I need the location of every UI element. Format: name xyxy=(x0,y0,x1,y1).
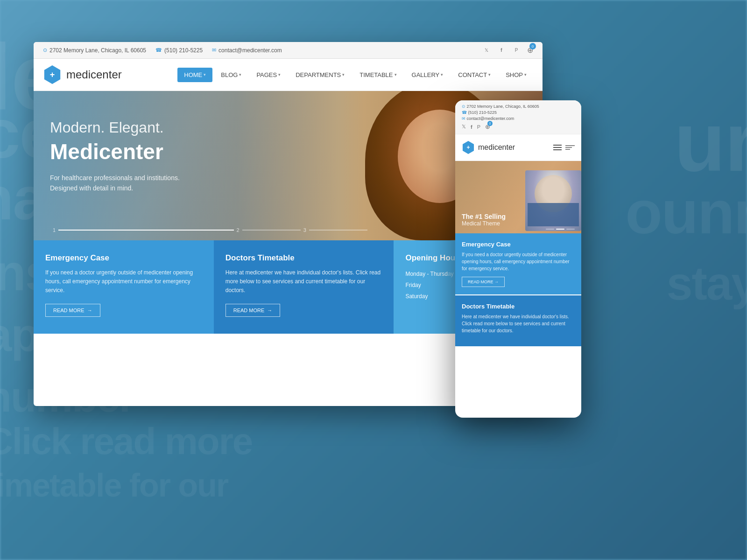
card-timetable-text: Here at medicenter we have individual do… xyxy=(226,268,382,295)
mobile-hero-text: The #1 Selling Medical Theme xyxy=(462,213,506,227)
hero-description: For healthcare professionals and institu… xyxy=(50,173,180,194)
slide-indicators: 1 2 3 xyxy=(50,227,367,233)
card-timetable-title: Doctors Timetable xyxy=(226,253,382,263)
card-emergency-btn[interactable]: READ MORE → xyxy=(45,304,100,317)
card-timetable-btn[interactable]: READ MORE → xyxy=(226,304,281,317)
mobile-email-icon: ✉ xyxy=(462,116,465,121)
nav-gallery[interactable]: GALLERY ▾ xyxy=(405,68,450,82)
hero-content: Modern. Elegant. Medicenter For healthca… xyxy=(50,119,180,194)
arrow-icon: → xyxy=(87,308,92,313)
logo-icon: + xyxy=(43,65,62,84)
mobile-logo-text: medicenter xyxy=(478,143,515,152)
nav-pages[interactable]: PAGES ▾ xyxy=(250,68,287,82)
topbar-left: ⊙ 2702 Memory Lane, Chicago, IL 60605 ☎ … xyxy=(43,47,282,54)
facebook-icon[interactable]: f xyxy=(497,46,506,55)
mobile-menu-icons xyxy=(553,143,575,152)
mobile-email: ✉ contact@medicenter.com xyxy=(462,116,575,121)
hero-title: Medicenter xyxy=(50,139,180,164)
mobile-device: ⊙ 2702 Memory Lane, Chicago, IL 60605 ☎ … xyxy=(455,100,581,418)
email-item: ✉ contact@medicenter.com xyxy=(212,47,282,54)
mobile-location-icon: ⊙ xyxy=(462,104,465,109)
slide-line-1 xyxy=(58,230,233,231)
email-icon: ✉ xyxy=(212,47,216,53)
desktop-navbar: + medicenter HOME ▾ BLOG ▾ PAGES ▾ DEPAR… xyxy=(34,59,543,91)
mobile-social: 𝕏 f P ⊕ 0 xyxy=(462,123,575,130)
shop-chevron: ▾ xyxy=(524,72,527,77)
twitter-icon[interactable]: 𝕏 xyxy=(482,46,491,55)
mobile-cart-icon[interactable]: ⊕ 0 xyxy=(485,123,490,130)
mobile-hero: The #1 Selling Medical Theme xyxy=(455,161,581,233)
mobile-card-timetable-title: Doctors Timetable xyxy=(462,303,575,310)
desktop-topbar: ⊙ 2702 Memory Lane, Chicago, IL 60605 ☎ … xyxy=(34,42,543,59)
mobile-card-emergency-text: If you need a doctor urgently outside of… xyxy=(462,251,575,272)
phone-text: (510) 210-5225 xyxy=(164,47,203,54)
mobile-cart-badge: 0 xyxy=(487,121,493,126)
mobile-card-timetable: Doctors Timetable Here at medicenter we … xyxy=(455,295,581,346)
mobile-logo-icon: + xyxy=(462,141,475,154)
departments-chevron: ▾ xyxy=(342,72,345,77)
mobile-dot-2 xyxy=(556,229,564,230)
mobile-logo-area: + medicenter xyxy=(462,141,515,154)
mobile-card-emergency: Emergency Case If you need a doctor urge… xyxy=(455,233,581,294)
mobile-twitter-icon[interactable]: 𝕏 xyxy=(462,124,466,130)
nav-home[interactable]: HOME ▾ xyxy=(177,68,212,82)
pinterest-icon[interactable]: P xyxy=(512,46,521,55)
mobile-slide-dots xyxy=(546,229,575,230)
gallery-chevron: ▾ xyxy=(441,72,443,77)
card-emergency-text: If you need a doctor urgently outside of… xyxy=(45,268,202,295)
email-text: contact@medicenter.com xyxy=(218,47,282,54)
nav-shop[interactable]: SHOP ▾ xyxy=(499,68,533,82)
card-timetable: Doctors Timetable Here at medicenter we … xyxy=(214,240,394,334)
mobile-topbar: ⊙ 2702 Memory Lane, Chicago, IL 60605 ☎ … xyxy=(455,100,581,134)
filter-icon[interactable] xyxy=(565,143,575,152)
mobile-card-timetable-text: Here at medicenter we have individual do… xyxy=(462,313,575,334)
mobile-facebook-icon[interactable]: f xyxy=(471,124,472,130)
mobile-navbar: + medicenter xyxy=(455,134,581,161)
cart-icon[interactable]: ⊕ 0 xyxy=(527,46,533,55)
blog-chevron: ▾ xyxy=(239,72,241,77)
hamburger-icon[interactable] xyxy=(553,145,562,150)
mobile-card-emergency-btn[interactable]: READ MORE → xyxy=(462,277,505,287)
mobile-card-emergency-title: Emergency Case xyxy=(462,241,575,248)
hero-tagline: Modern. Elegant. xyxy=(50,119,180,136)
slide-line-2 xyxy=(242,230,301,231)
timetable-chevron: ▾ xyxy=(395,72,397,77)
arrow-icon-2: → xyxy=(267,308,272,313)
mobile-dot-3 xyxy=(566,229,575,230)
phone-icon: ☎ xyxy=(155,47,162,53)
logo-text: medicenter xyxy=(66,68,122,81)
home-chevron: ▾ xyxy=(204,72,206,77)
mobile-phone: ☎ (510) 210-5225 xyxy=(462,110,575,115)
contact-chevron: ▾ xyxy=(488,72,491,77)
address-item: ⊙ 2702 Memory Lane, Chicago, IL 60605 xyxy=(43,47,146,54)
mobile-doctor-image xyxy=(525,170,581,231)
logo-area: + medicenter xyxy=(43,65,122,84)
mobile-address: ⊙ 2702 Memory Lane, Chicago, IL 60605 xyxy=(462,104,575,109)
pages-chevron: ▾ xyxy=(278,72,281,77)
nav-timetable[interactable]: TIMETABLE ▾ xyxy=(353,68,403,82)
slide-line-3 xyxy=(309,230,367,231)
card-emergency-title: Emergency Case xyxy=(45,253,202,263)
phone-item: ☎ (510) 210-5225 xyxy=(155,47,203,54)
nav-departments[interactable]: DEPARTMENTS ▾ xyxy=(289,68,351,82)
mobile-pinterest-icon[interactable]: P xyxy=(477,124,480,130)
mobile-phone-icon: ☎ xyxy=(462,110,467,115)
location-icon: ⊙ xyxy=(43,47,47,53)
nav-blog[interactable]: BLOG ▾ xyxy=(214,68,248,82)
card-emergency: Emergency Case If you need a doctor urge… xyxy=(34,240,214,334)
address-text: 2702 Memory Lane, Chicago, IL 60605 xyxy=(49,47,146,54)
nav-menu: HOME ▾ BLOG ▾ PAGES ▾ DEPARTMENTS ▾ TIME… xyxy=(177,68,533,82)
nav-contact[interactable]: CONTACT ▾ xyxy=(451,68,497,82)
topbar-right: 𝕏 f P ⊕ 0 xyxy=(482,46,533,55)
cart-badge: 0 xyxy=(529,43,536,49)
mobile-dot-1 xyxy=(546,229,554,230)
